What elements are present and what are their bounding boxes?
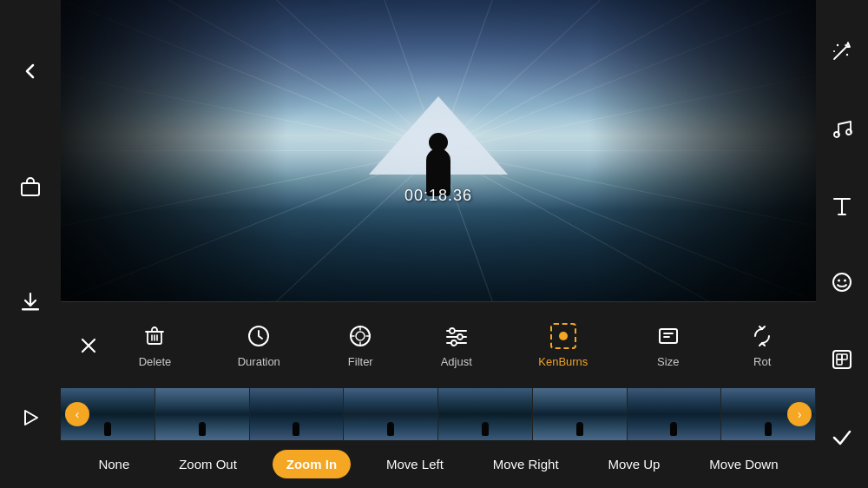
tools-bar: Delete Duration: [61, 301, 816, 388]
svg-rect-0: [22, 183, 39, 195]
effect-zoom-in[interactable]: Zoom In: [273, 450, 351, 478]
tool-delete-label: Delete: [139, 355, 172, 368]
svg-rect-38: [837, 354, 842, 359]
tool-duration-label: Duration: [238, 355, 280, 368]
svg-point-35: [838, 280, 840, 282]
text-icon[interactable]: [823, 187, 861, 225]
svg-point-24: [356, 332, 365, 340]
timeline-strip: ‹ ›: [61, 388, 816, 440]
svg-point-29: [837, 44, 838, 46]
svg-point-31: [833, 50, 835, 52]
left-sidebar: [0, 0, 61, 488]
tool-adjust-label: Adjust: [441, 355, 472, 368]
svg-point-30: [846, 54, 848, 56]
sliders-icon: [443, 322, 470, 350]
effect-none[interactable]: None: [84, 450, 143, 478]
right-sidebar: [816, 0, 868, 488]
timeline-thumb-7: [628, 388, 722, 440]
download-icon[interactable]: [11, 283, 49, 321]
tool-duration[interactable]: Duration: [229, 315, 289, 375]
rotate-icon: [748, 322, 776, 350]
svg-rect-39: [842, 354, 847, 359]
tool-rot-label: Rot: [753, 355, 771, 368]
svg-point-34: [833, 274, 851, 291]
play-icon[interactable]: [11, 399, 49, 437]
svg-point-26: [457, 334, 463, 340]
music-icon[interactable]: [823, 109, 861, 148]
tool-kenburns[interactable]: KenBurns: [529, 315, 596, 375]
sticker-icon[interactable]: [823, 340, 861, 379]
size-icon: [654, 322, 682, 350]
svg-rect-28: [660, 329, 677, 343]
timeline-prev-arrow[interactable]: ‹: [65, 402, 89, 426]
svg-point-27: [451, 340, 457, 346]
effect-zoom-out[interactable]: Zoom Out: [165, 450, 251, 478]
timeline-next-arrow[interactable]: ›: [787, 402, 812, 426]
effect-move-right[interactable]: Move Right: [479, 450, 573, 478]
effect-move-down[interactable]: Move Down: [695, 450, 792, 478]
timeline-thumb-4: [344, 388, 438, 440]
tool-filter[interactable]: Filter: [338, 315, 383, 375]
tool-size-label: Size: [657, 355, 679, 368]
back-icon[interactable]: [11, 52, 49, 90]
video-vignette: [61, 0, 816, 301]
kenburns-icon: [549, 322, 577, 350]
tool-filter-label: Filter: [348, 355, 373, 368]
timeline-thumb-3: [250, 388, 345, 440]
main-content: 00:18.36 Delete: [61, 0, 816, 488]
tool-size[interactable]: Size: [646, 315, 691, 375]
effect-move-up[interactable]: Move Up: [594, 450, 674, 478]
magic-wand-icon[interactable]: [823, 32, 861, 70]
timeline-thumb-2: [155, 388, 250, 440]
effect-move-left[interactable]: Move Left: [372, 450, 457, 478]
trash-icon: [141, 322, 168, 350]
tool-delete[interactable]: Delete: [130, 315, 181, 375]
svg-point-25: [450, 328, 455, 333]
effects-bar: None Zoom Out Zoom In Move Left Move Rig…: [61, 440, 816, 488]
tool-rot[interactable]: Rot: [740, 315, 785, 375]
bag-icon[interactable]: [11, 168, 49, 206]
close-button[interactable]: [69, 326, 108, 365]
tool-kenburns-label: KenBurns: [538, 355, 588, 368]
check-icon[interactable]: [823, 418, 861, 456]
svg-rect-1: [22, 308, 39, 311]
timeline-inner: [61, 388, 816, 440]
timeline-thumb-6: [533, 388, 628, 440]
timeline-thumb-5: [438, 388, 533, 440]
clock-icon: [245, 322, 273, 350]
video-preview: 00:18.36: [61, 0, 816, 301]
tool-adjust[interactable]: Adjust: [432, 315, 481, 375]
filter-icon: [346, 322, 374, 350]
tools-list: Delete Duration: [108, 315, 807, 375]
svg-point-36: [844, 280, 846, 282]
svg-rect-40: [837, 359, 842, 365]
emoji-icon[interactable]: [823, 263, 861, 301]
